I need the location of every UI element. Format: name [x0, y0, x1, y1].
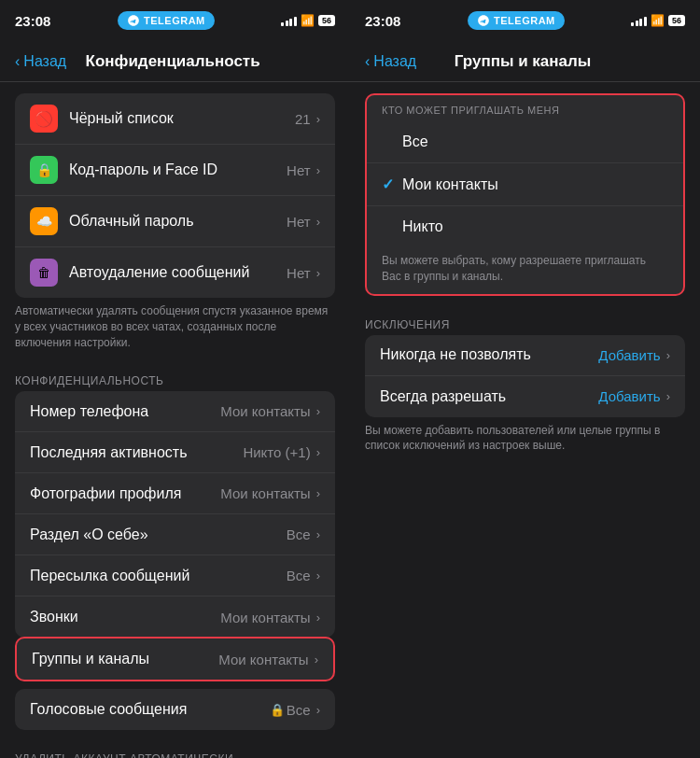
left-telegram-label: TELEGRAM: [144, 15, 205, 26]
always-allow-chevron: ›: [666, 389, 670, 403]
left-status-right: 📶 56: [281, 14, 335, 27]
contacts-label: Мои контакты: [402, 176, 498, 193]
option-everyone[interactable]: Все: [367, 121, 683, 163]
never-allow-label: Никогда не позволять: [380, 346, 598, 363]
left-nav-title: Конфиденциальность: [66, 52, 279, 71]
left-privacy-section: КОНФИДЕНЦИАЛЬНОСТЬ Номер телефона Мои ко…: [0, 367, 350, 730]
right-telegram-icon: [477, 14, 490, 27]
blacklist-item[interactable]: 🚫 Чёрный список 21 ›: [15, 93, 335, 145]
exclusions-list: Никогда не позволять Добавить › Всегда р…: [365, 335, 685, 417]
profile-photos-value: Мои контакты: [220, 485, 310, 501]
about-item[interactable]: Раздел «О себе» Все ›: [15, 514, 335, 555]
who-section: КТО МОЖЕТ ПРИГЛАШАТЬ МЕНЯ Все ✓ Мои конт…: [365, 93, 685, 296]
phone-number-value: Мои контакты: [220, 403, 310, 419]
left-status-bar: 23:08 TELEGRAM 📶 56: [0, 0, 350, 41]
left-back-label: Назад: [23, 53, 66, 70]
forwarding-value: Все: [287, 568, 311, 583]
always-allow-add: Добавить: [598, 388, 660, 404]
right-battery: 56: [668, 15, 685, 26]
calls-item[interactable]: Звонки Мои контакты ›: [15, 597, 335, 638]
exclusions-footer: Вы можете добавить пользователей или цел…: [365, 417, 685, 464]
left-nav-bar: ‹ Назад Конфиденциальность: [0, 41, 350, 82]
last-seen-label: Последняя активность: [30, 444, 243, 461]
phone-number-item[interactable]: Номер телефона Мои контакты ›: [15, 391, 335, 432]
left-back-button[interactable]: ‹ Назад: [15, 53, 66, 70]
passcode-item[interactable]: 🔒 Код-пароль и Face ID Нет ›: [15, 145, 335, 196]
right-wifi-icon: 📶: [651, 14, 665, 27]
right-back-button[interactable]: ‹ Назад: [365, 53, 416, 70]
right-telegram-label: TELEGRAM: [494, 15, 555, 26]
right-nav-title: Группы и каналы: [416, 52, 629, 71]
left-back-chevron: ‹: [15, 53, 20, 70]
blacklist-label: Чёрный список: [69, 110, 295, 127]
auto-delete-value: Нет: [287, 265, 311, 281]
left-status-center: TELEGRAM: [118, 11, 215, 30]
cloud-password-chevron: ›: [316, 215, 320, 229]
left-scroll-area[interactable]: 🚫 Чёрный список 21 › 🔒 Код-пароль и Face…: [0, 82, 350, 758]
delete-section-header: УДАЛИТЬ АККАУНТ АВТОМАТИЧЕСКИ: [0, 745, 350, 758]
option-nobody[interactable]: Никто: [367, 206, 683, 247]
privacy-list: Номер телефона Мои контакты › Последняя …: [15, 391, 335, 638]
option-contacts[interactable]: ✓ Мои контакты: [367, 163, 683, 206]
passcode-value: Нет: [287, 162, 311, 178]
voice-messages-label: Голосовые сообщения: [30, 701, 270, 718]
left-status-time: 23:08: [15, 13, 50, 29]
last-seen-item[interactable]: Последняя активность Никто (+1) ›: [15, 432, 335, 473]
passcode-chevron: ›: [316, 163, 320, 177]
groups-item-highlighted[interactable]: Группы и каналы Мои контакты ›: [15, 637, 335, 681]
right-telegram-badge[interactable]: TELEGRAM: [468, 11, 565, 30]
blacklist-chevron: ›: [316, 112, 320, 126]
always-allow-label: Всегда разрешать: [380, 388, 598, 405]
auto-delete-chevron: ›: [316, 266, 320, 280]
nobody-label: Никто: [402, 218, 443, 235]
left-signal-bars: [281, 15, 297, 26]
about-value: Все: [287, 526, 311, 542]
never-allow-chevron: ›: [666, 348, 670, 362]
left-wifi-icon: 📶: [301, 14, 315, 27]
auto-delete-label: Автоудаление сообщений: [69, 264, 287, 281]
never-allow-item[interactable]: Никогда не позволять Добавить ›: [365, 335, 685, 376]
exclusions-section: ИСКЛЮЧЕНИЯ Никогда не позволять Добавить…: [365, 303, 685, 464]
right-status-center: TELEGRAM: [468, 11, 565, 30]
profile-photos-label: Фотографии профиля: [30, 485, 220, 502]
auto-delete-item[interactable]: 🗑 Автоудаление сообщений Нет ›: [15, 247, 335, 298]
about-label: Раздел «О себе»: [30, 526, 287, 543]
calls-label: Звонки: [30, 609, 220, 625]
everyone-label: Все: [402, 133, 428, 150]
voice-messages-container: Голосовые сообщения 🔒 Все ›: [15, 689, 335, 730]
telegram-icon: [127, 14, 140, 27]
cloud-password-item[interactable]: ☁️ Облачный пароль Нет ›: [15, 196, 335, 247]
right-nav-bar: ‹ Назад Группы и каналы: [350, 41, 700, 82]
passcode-label: Код-пароль и Face ID: [69, 161, 287, 178]
top-section-footer: Автоматически удалять сообщения спустя у…: [0, 298, 350, 359]
never-allow-add: Добавить: [598, 347, 660, 363]
groups-value: Мои контакты: [218, 652, 308, 667]
always-allow-item[interactable]: Всегда разрешать Добавить ›: [365, 376, 685, 417]
voice-messages-item[interactable]: Голосовые сообщения 🔒 Все ›: [15, 689, 335, 730]
exclusions-header: ИСКЛЮЧЕНИЯ: [365, 303, 685, 335]
auto-delete-icon: 🗑: [30, 259, 58, 287]
groups-label: Группы и каналы: [32, 651, 218, 667]
right-status-bar: 23:08 TELEGRAM 📶 56: [350, 0, 700, 41]
calls-value: Мои контакты: [220, 610, 310, 625]
right-scroll-area[interactable]: КТО МОЖЕТ ПРИГЛАШАТЬ МЕНЯ Все ✓ Мои конт…: [350, 82, 700, 758]
cloud-password-value: Нет: [287, 214, 311, 230]
right-back-label: Назад: [373, 53, 416, 70]
who-section-footer: Вы можете выбрать, кому разрешаете пригл…: [367, 247, 683, 294]
profile-photos-item[interactable]: Фотографии профиля Мои контакты ›: [15, 473, 335, 514]
contacts-check: ✓: [382, 175, 402, 193]
left-telegram-badge[interactable]: TELEGRAM: [118, 11, 215, 30]
left-top-list: 🚫 Чёрный список 21 › 🔒 Код-пароль и Face…: [15, 93, 335, 298]
right-back-chevron: ‹: [365, 53, 370, 70]
groups-item[interactable]: Группы и каналы Мои контакты ›: [17, 639, 333, 680]
right-panel: 23:08 TELEGRAM 📶 56 ‹ Назад Гр: [350, 0, 700, 758]
left-panel: 23:08 TELEGRAM 📶 56 ‹ Назад Ко: [0, 0, 350, 758]
phone-number-label: Номер телефона: [30, 403, 220, 420]
voice-messages-value: Все: [287, 702, 311, 718]
forwarding-item[interactable]: Пересылка сообщений Все ›: [15, 555, 335, 597]
right-status-time: 23:08: [365, 13, 400, 29]
cloud-password-label: Облачный пароль: [69, 213, 287, 230]
blacklist-icon: 🚫: [30, 105, 58, 133]
who-section-header: КТО МОЖЕТ ПРИГЛАШАТЬ МЕНЯ: [367, 95, 683, 121]
left-delete-section: УДАЛИТЬ АККАУНТ АВТОМАТИЧЕСКИ Если я не …: [0, 745, 350, 758]
